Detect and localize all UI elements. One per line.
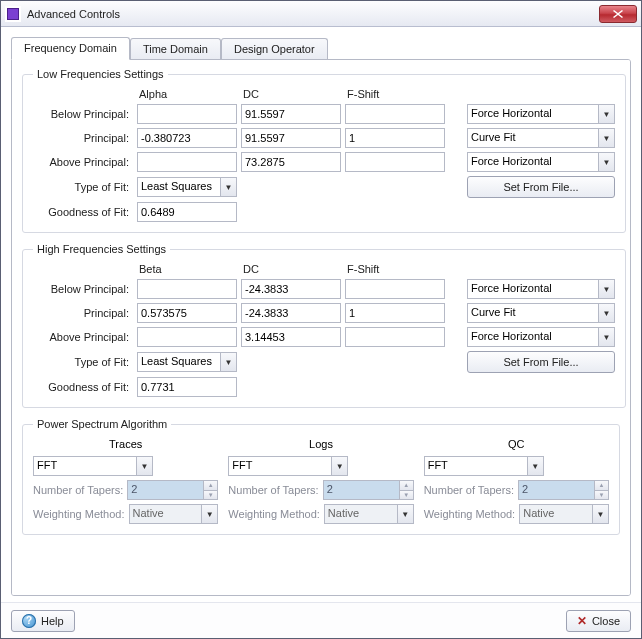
high-below-beta-input[interactable] — [137, 279, 237, 299]
low-freq-grid: Alpha DC F-Shift Below Principal: Force … — [33, 88, 615, 222]
low-typefit-select[interactable]: Least Squares ▼ — [137, 177, 237, 197]
chevron-down-icon: ▼ — [592, 505, 608, 523]
psa-hdr-qc: QC — [424, 438, 609, 452]
tab-frequency-domain[interactable]: Frequency Domain — [11, 37, 130, 60]
low-goodfit-input[interactable] — [137, 202, 237, 222]
psa-hdr-logs: Logs — [228, 438, 413, 452]
chevron-down-icon: ▼ — [201, 505, 217, 523]
low-principal-mode-select[interactable]: Curve Fit ▼ — [467, 128, 615, 148]
advanced-controls-window: Advanced Controls Frequency Domain Time … — [0, 0, 642, 639]
power-spectrum-group: Power Spectrum Algorithm Traces FFT ▼ Nu… — [22, 418, 620, 535]
chevron-down-icon: ▼ — [220, 178, 236, 196]
chevron-down-icon: ▼ — [598, 280, 614, 298]
psa-col-logs: Logs FFT ▼ Number of Tapers: 2 ▲ ▼ — [228, 438, 413, 524]
psa-col-traces: Traces FFT ▼ Number of Tapers: 2 ▲ — [33, 438, 218, 524]
low-above-fshift-input[interactable] — [345, 152, 445, 172]
psa-logs-wmethod-label: Weighting Method: — [228, 508, 320, 520]
chevron-down-icon: ▼ — [598, 304, 614, 322]
chevron-down-icon: ▼ — [598, 153, 614, 171]
low-below-fshift-input[interactable] — [345, 104, 445, 124]
tab-design-operator[interactable]: Design Operator — [221, 38, 328, 59]
close-icon — [613, 10, 623, 18]
high-above-beta-input[interactable] — [137, 327, 237, 347]
low-hdr-alpha: Alpha — [137, 88, 237, 100]
high-frequencies-group: High Frequencies Settings Beta DC F-Shif… — [22, 243, 626, 408]
chevron-down-icon: ▼ — [204, 490, 217, 500]
high-freq-legend: High Frequencies Settings — [33, 243, 170, 255]
window-title: Advanced Controls — [27, 8, 599, 20]
high-lbl-above: Above Principal: — [33, 331, 133, 343]
chevron-up-icon: ▲ — [595, 481, 608, 490]
high-set-from-file-button[interactable]: Set From File... — [467, 351, 615, 373]
psa-traces-tapers-label: Number of Tapers: — [33, 484, 123, 496]
high-principal-fshift-input[interactable] — [345, 303, 445, 323]
tabstrip: Frequency Domain Time Domain Design Oper… — [11, 35, 631, 59]
low-below-alpha-input[interactable] — [137, 104, 237, 124]
chevron-down-icon: ▼ — [331, 457, 347, 475]
titlebar: Advanced Controls — [1, 1, 641, 27]
psa-grid: Traces FFT ▼ Number of Tapers: 2 ▲ — [33, 438, 609, 524]
low-lbl-below: Below Principal: — [33, 108, 133, 120]
high-above-fshift-input[interactable] — [345, 327, 445, 347]
high-lbl-principal: Principal: — [33, 307, 133, 319]
psa-traces-algo-select[interactable]: FFT ▼ — [33, 456, 153, 476]
psa-logs-tapers-spin: 2 ▲ ▼ — [323, 480, 414, 500]
high-above-mode-select[interactable]: Force Horizontal ▼ — [467, 327, 615, 347]
low-above-alpha-input[interactable] — [137, 152, 237, 172]
chevron-down-icon: ▼ — [598, 328, 614, 346]
high-principal-beta-input[interactable] — [137, 303, 237, 323]
low-below-dc-input[interactable] — [241, 104, 341, 124]
chevron-down-icon: ▼ — [595, 490, 608, 500]
high-hdr-fshift: F-Shift — [345, 263, 445, 275]
low-freq-legend: Low Frequencies Settings — [33, 68, 168, 80]
psa-qc-algo-select[interactable]: FFT ▼ — [424, 456, 544, 476]
close-button-label: Close — [592, 615, 620, 627]
low-lbl-above: Above Principal: — [33, 156, 133, 168]
low-lbl-principal: Principal: — [33, 132, 133, 144]
low-lbl-goodfit: Goodness of Fit: — [33, 206, 133, 218]
high-below-dc-input[interactable] — [241, 279, 341, 299]
psa-traces-wmethod-select: Native ▼ — [129, 504, 219, 524]
tab-time-domain[interactable]: Time Domain — [130, 38, 221, 59]
low-set-from-file-button[interactable]: Set From File... — [467, 176, 615, 198]
low-below-mode-select[interactable]: Force Horizontal ▼ — [467, 104, 615, 124]
psa-traces-tapers-spin: 2 ▲ ▼ — [127, 480, 218, 500]
high-below-mode-select[interactable]: Force Horizontal ▼ — [467, 279, 615, 299]
low-principal-dc-input[interactable] — [241, 128, 341, 148]
high-goodfit-input[interactable] — [137, 377, 237, 397]
help-button-label: Help — [41, 615, 64, 627]
low-principal-fshift-input[interactable] — [345, 128, 445, 148]
help-icon: ? — [22, 614, 36, 628]
high-lbl-typefit: Type of Fit: — [33, 356, 133, 368]
chevron-up-icon: ▲ — [204, 481, 217, 490]
chevron-down-icon: ▼ — [527, 457, 543, 475]
close-button[interactable]: ✕ Close — [566, 610, 631, 632]
high-principal-mode-select[interactable]: Curve Fit ▼ — [467, 303, 615, 323]
chevron-down-icon: ▼ — [220, 353, 236, 371]
chevron-down-icon: ▼ — [598, 105, 614, 123]
chevron-down-icon: ▼ — [397, 505, 413, 523]
high-typefit-select[interactable]: Least Squares ▼ — [137, 352, 237, 372]
psa-hdr-traces: Traces — [33, 438, 218, 452]
low-principal-alpha-input[interactable] — [137, 128, 237, 148]
high-lbl-below: Below Principal: — [33, 283, 133, 295]
high-above-dc-input[interactable] — [241, 327, 341, 347]
psa-logs-algo-select[interactable]: FFT ▼ — [228, 456, 348, 476]
psa-col-qc: QC FFT ▼ Number of Tapers: 2 ▲ ▼ — [424, 438, 609, 524]
high-principal-dc-input[interactable] — [241, 303, 341, 323]
low-above-mode-select[interactable]: Force Horizontal ▼ — [467, 152, 615, 172]
psa-qc-tapers-label: Number of Tapers: — [424, 484, 514, 496]
high-hdr-beta: Beta — [137, 263, 237, 275]
low-lbl-typefit: Type of Fit: — [33, 181, 133, 193]
psa-qc-wmethod-label: Weighting Method: — [424, 508, 516, 520]
psa-traces-wmethod-label: Weighting Method: — [33, 508, 125, 520]
low-above-dc-input[interactable] — [241, 152, 341, 172]
window-close-button[interactable] — [599, 5, 637, 23]
help-button[interactable]: ? Help — [11, 610, 75, 632]
low-frequencies-group: Low Frequencies Settings Alpha DC F-Shif… — [22, 68, 626, 233]
content-area: Frequency Domain Time Domain Design Oper… — [1, 27, 641, 602]
chevron-down-icon: ▼ — [598, 129, 614, 147]
high-below-fshift-input[interactable] — [345, 279, 445, 299]
chevron-down-icon: ▼ — [136, 457, 152, 475]
psa-logs-tapers-label: Number of Tapers: — [228, 484, 318, 496]
